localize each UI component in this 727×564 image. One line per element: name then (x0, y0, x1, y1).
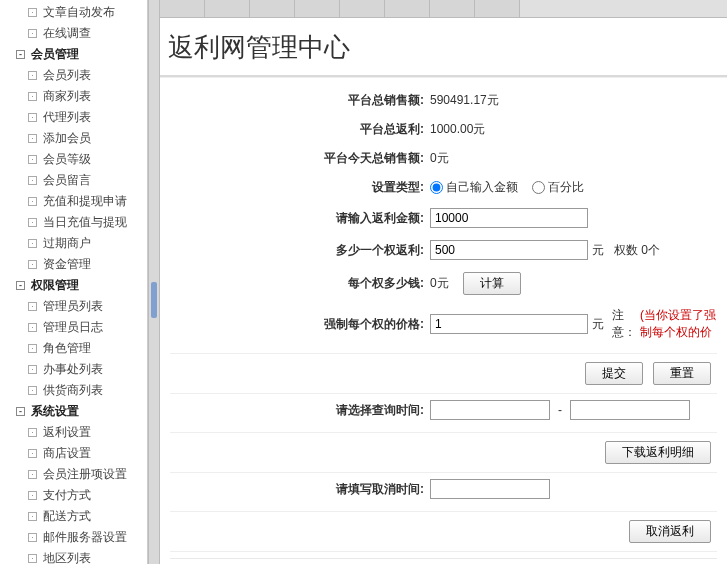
sidebar-item[interactable]: ·地区列表 (0, 548, 147, 564)
force-hint-red: (当你设置了强制每个权的价 (640, 307, 717, 341)
submit-button[interactable]: 提交 (585, 362, 643, 385)
sidebar-item[interactable]: ·管理员列表 (0, 296, 147, 317)
set-type-label: 设置类型: (170, 179, 430, 196)
sidebar-item-label: 充值和提现申请 (43, 193, 127, 210)
sidebar-group[interactable]: -系统设置 (0, 401, 147, 422)
sidebar-group-label: 系统设置 (31, 403, 79, 420)
tree-expand-icon: - (16, 281, 25, 290)
sidebar-item[interactable]: ·在线调查 (0, 23, 147, 44)
total-rebate-value: 1000.00元 (430, 121, 717, 138)
tree-leaf-icon: · (28, 386, 37, 395)
tree-leaf-icon: · (28, 113, 37, 122)
tree-leaf-icon: · (28, 491, 37, 500)
radio-input-amount[interactable]: 自己输入金额 (430, 179, 518, 196)
sidebar-item-label: 商家列表 (43, 88, 91, 105)
sidebar-item[interactable]: ·会员列表 (0, 65, 147, 86)
sidebar-item-label: 资金管理 (43, 256, 91, 273)
sidebar-item[interactable]: ·管理员日志 (0, 317, 147, 338)
top-tab[interactable] (205, 0, 250, 17)
calc-button[interactable]: 计算 (463, 272, 521, 295)
tree-leaf-icon: · (28, 428, 37, 437)
sidebar-item[interactable]: ·邮件服务器设置 (0, 527, 147, 548)
unit-suffix-2: 元 (592, 316, 604, 333)
top-tab[interactable] (160, 0, 205, 17)
cancel-time-input[interactable] (430, 479, 550, 499)
tree-leaf-icon: · (28, 449, 37, 458)
radio-percent[interactable]: 百分比 (532, 179, 584, 196)
sidebar-item[interactable]: ·会员留言 (0, 170, 147, 191)
query-time-start-input[interactable] (430, 400, 550, 420)
tree-leaf-icon: · (28, 302, 37, 311)
total-sales-value: 590491.17元 (430, 92, 717, 109)
sidebar-item[interactable]: ·商店设置 (0, 443, 147, 464)
sidebar-item-label: 在线调查 (43, 25, 91, 42)
sidebar-item[interactable]: ·添加会员 (0, 128, 147, 149)
per-unit-rebate-input[interactable] (430, 240, 588, 260)
cancel-rebate-button[interactable]: 取消返利 (629, 520, 711, 543)
force-price-label: 强制每个权的价格: (170, 316, 430, 333)
today-sales-value: 0元 (430, 150, 717, 167)
sidebar-item-label: 会员留言 (43, 172, 91, 189)
tree-leaf-icon: · (28, 92, 37, 101)
tree-leaf-icon: · (28, 323, 37, 332)
top-tab[interactable] (340, 0, 385, 17)
total-sales-label: 平台总销售额: (170, 92, 430, 109)
tree-leaf-icon: · (28, 239, 37, 248)
sidebar-group[interactable]: -权限管理 (0, 275, 147, 296)
reset-button[interactable]: 重置 (653, 362, 711, 385)
cancel-time-label: 请填写取消时间: (170, 481, 430, 498)
sidebar-item-label: 管理员日志 (43, 319, 103, 336)
tree-expand-icon: - (16, 50, 25, 59)
sidebar-item[interactable]: ·供货商列表 (0, 380, 147, 401)
today-sales-label: 平台今天总销售额: (170, 150, 430, 167)
tree-leaf-icon: · (28, 155, 37, 164)
sidebar-item[interactable]: ·当日充值与提现 (0, 212, 147, 233)
sidebar-item[interactable]: ·角色管理 (0, 338, 147, 359)
radio-input-amount-input[interactable] (430, 181, 443, 194)
tab-strip (160, 0, 727, 18)
force-price-input[interactable] (430, 314, 588, 334)
tree-leaf-icon: · (28, 71, 37, 80)
sidebar-item[interactable]: ·文章自动发布 (0, 2, 147, 23)
rebate-amount-input[interactable] (430, 208, 588, 228)
sidebar-group-label: 会员管理 (31, 46, 79, 63)
sidebar-item[interactable]: ·办事处列表 (0, 359, 147, 380)
top-tab[interactable] (385, 0, 430, 17)
radio-percent-input[interactable] (532, 181, 545, 194)
top-tab[interactable] (250, 0, 295, 17)
sidebar-item-label: 会员等级 (43, 151, 91, 168)
sidebar-item[interactable]: ·资金管理 (0, 254, 147, 275)
tree-leaf-icon: · (28, 197, 37, 206)
sidebar-item[interactable]: ·配送方式 (0, 506, 147, 527)
top-tab[interactable] (475, 0, 520, 17)
sidebar-item[interactable]: ·代理列表 (0, 107, 147, 128)
tree-leaf-icon: · (28, 134, 37, 143)
sidebar-item-label: 当日充值与提现 (43, 214, 127, 231)
sidebar-item[interactable]: ·商家列表 (0, 86, 147, 107)
sidebar-item-label: 添加会员 (43, 130, 91, 147)
unit-suffix-1: 元 (592, 242, 604, 259)
sidebar-item[interactable]: ·支付方式 (0, 485, 147, 506)
top-tab[interactable] (295, 0, 340, 17)
sidebar-item[interactable]: ·会员等级 (0, 149, 147, 170)
tree-leaf-icon: · (28, 554, 37, 563)
sidebar-item-label: 支付方式 (43, 487, 91, 504)
sidebar-item[interactable]: ·会员注册项设置 (0, 464, 147, 485)
download-rebate-detail-button[interactable]: 下载返利明细 (605, 441, 711, 464)
sidebar-group-label: 权限管理 (31, 277, 79, 294)
set-type-radios: 自己输入金额 百分比 (430, 179, 717, 196)
sidebar-item[interactable]: ·过期商户 (0, 233, 147, 254)
query-time-end-input[interactable] (570, 400, 690, 420)
tree-leaf-icon: · (28, 218, 37, 227)
sidebar-item[interactable]: ·充值和提现申请 (0, 191, 147, 212)
per-right-money-label: 每个权多少钱: (170, 275, 430, 292)
sidebar-item-label: 返利设置 (43, 424, 91, 441)
per-right-money-value: 0元 (430, 275, 449, 292)
sidebar-item-label: 管理员列表 (43, 298, 103, 315)
sidebar-item[interactable]: ·返利设置 (0, 422, 147, 443)
top-tab[interactable] (430, 0, 475, 17)
divider-handle-icon (151, 282, 157, 318)
sidebar-group[interactable]: -会员管理 (0, 44, 147, 65)
pane-divider[interactable] (148, 0, 160, 564)
sidebar-item-label: 会员列表 (43, 67, 91, 84)
